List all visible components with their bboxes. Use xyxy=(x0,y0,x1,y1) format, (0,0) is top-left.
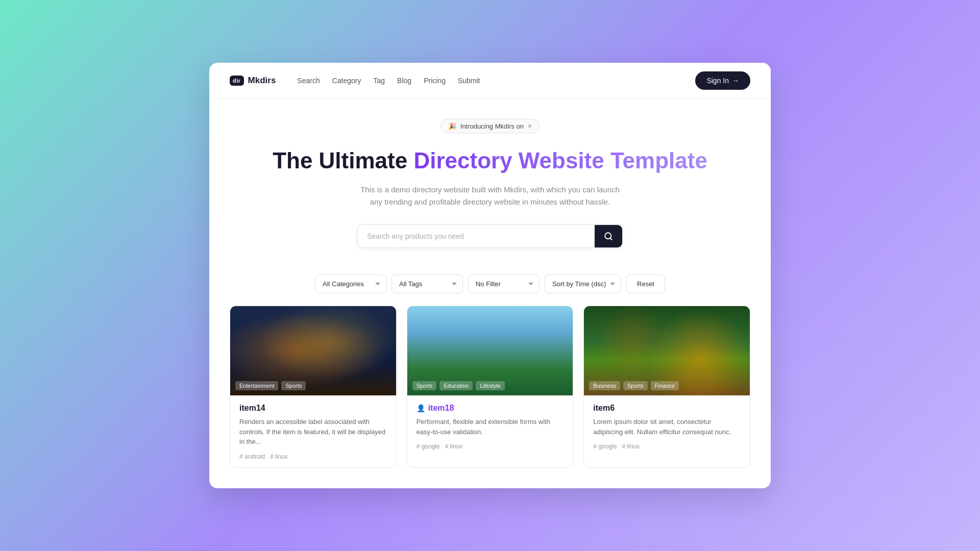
featured-icon-item18: 👤 xyxy=(416,404,425,412)
nav-category[interactable]: Category xyxy=(327,73,366,88)
announcement-badge: 🎉 Introducing Mkdirs on × xyxy=(440,119,540,133)
card-body-item6: item6 Lorem ipsum dolor sit amet, consec… xyxy=(584,395,750,457)
nav-links: Search Category Tag Blog Pricing Submit xyxy=(292,76,485,85)
card-hashtag-android: android xyxy=(239,453,265,460)
card-title-item14: item14 xyxy=(239,404,387,413)
search-input[interactable] xyxy=(358,225,595,247)
svg-line-1 xyxy=(610,238,611,240)
overlay-tag-education: Education xyxy=(439,381,473,390)
card-hashtag-google3: google xyxy=(593,443,617,450)
card-hashtag-google2: google xyxy=(416,443,440,450)
logo-icon: dir xyxy=(230,76,244,86)
card-hashtag-linux3: linux xyxy=(622,443,640,450)
overlay-tag-entertainment: Entertainment xyxy=(235,381,278,390)
card-hashtag-linux2: linux xyxy=(445,443,463,450)
overlay-tag-sports3: Sports xyxy=(623,381,648,390)
card-hashtags-item14: android linux xyxy=(239,453,387,460)
nav-search[interactable]: Search xyxy=(292,73,325,88)
card-image-item6: Business Sports Finance xyxy=(584,306,750,395)
nofilter-filter[interactable]: No Filter xyxy=(468,274,540,293)
announcement-text: Introducing Mkdirs on xyxy=(460,122,524,130)
hero-subtitle: This is a demo directory website built w… xyxy=(357,184,623,208)
card-title-item18: 👤 item18 xyxy=(416,404,564,413)
card-desc-item6: Lorem ipsum dolor sit amet, consectetur … xyxy=(593,417,741,437)
card-body-item18: 👤 item18 Performant, flexible and extens… xyxy=(407,395,573,457)
hero-title-gradient: Directory Website Template xyxy=(413,148,707,173)
card-hashtags-item6: google linux xyxy=(593,443,741,450)
nav-blog[interactable]: Blog xyxy=(392,73,416,88)
card-image-item18: Sports Education Lifestyle xyxy=(407,306,573,395)
overlay-tag-sports: Sports xyxy=(281,381,306,390)
overlay-tag-sports2: Sports xyxy=(412,381,437,390)
card-overlay-tags-item6: Business Sports Finance xyxy=(589,381,679,390)
close-announcement-button[interactable]: × xyxy=(528,122,532,130)
hero-title: The Ultimate Directory Website Template xyxy=(230,147,750,174)
card-title-text-item18: item18 xyxy=(428,404,454,413)
signin-label: Sign In xyxy=(706,77,729,85)
filters-bar: All Categories All Tags No Filter Sort b… xyxy=(209,274,771,306)
card-hashtags-item18: google linux xyxy=(416,443,564,450)
tags-filter[interactable]: All Tags xyxy=(391,274,463,293)
card-desc-item14: Renders an accessible label associated w… xyxy=(239,417,387,447)
nav-submit[interactable]: Submit xyxy=(453,73,485,88)
card-item18[interactable]: Sports Education Lifestyle 👤 item18 Perf… xyxy=(407,306,574,468)
sort-filter[interactable]: Sort by Time (dsc) xyxy=(545,274,621,293)
category-filter[interactable]: All Categories xyxy=(315,274,386,293)
logo[interactable]: dir Mkdirs xyxy=(230,76,276,86)
card-title-item6: item6 xyxy=(593,404,741,413)
signin-arrow-icon: → xyxy=(732,77,739,85)
search-icon xyxy=(604,232,613,241)
navbar: dir Mkdirs Search Category Tag Blog Pric… xyxy=(209,63,771,98)
hero-title-plain: The Ultimate xyxy=(273,148,413,173)
nav-pricing[interactable]: Pricing xyxy=(419,73,451,88)
logo-brand-name: Mkdirs xyxy=(248,76,276,86)
nav-tag[interactable]: Tag xyxy=(369,73,390,88)
search-bar xyxy=(357,224,623,248)
announcement-emoji: 🎉 xyxy=(448,122,456,130)
signin-button[interactable]: Sign In → xyxy=(695,71,750,90)
search-button[interactable] xyxy=(595,225,622,247)
cards-grid: Entertainment Sports item14 Renders an a… xyxy=(209,306,771,488)
card-desc-item18: Performant, flexible and extensible form… xyxy=(416,417,564,437)
hero-section: 🎉 Introducing Mkdirs on × The Ultimate D… xyxy=(209,98,771,274)
card-hashtag-linux: linux xyxy=(270,453,288,460)
overlay-tag-business: Business xyxy=(589,381,620,390)
overlay-tag-lifestyle: Lifestyle xyxy=(476,381,504,390)
card-image-item14: Entertainment Sports xyxy=(230,306,396,395)
card-overlay-tags-item14: Entertainment Sports xyxy=(235,381,306,390)
card-body-item14: item14 Renders an accessible label assoc… xyxy=(230,395,396,467)
card-overlay-tags-item18: Sports Education Lifestyle xyxy=(412,381,505,390)
card-item14[interactable]: Entertainment Sports item14 Renders an a… xyxy=(230,306,397,468)
card-item6[interactable]: Business Sports Finance item6 Lorem ipsu… xyxy=(583,306,750,468)
overlay-tag-finance: Finance xyxy=(651,381,679,390)
reset-button[interactable]: Reset xyxy=(626,274,665,293)
